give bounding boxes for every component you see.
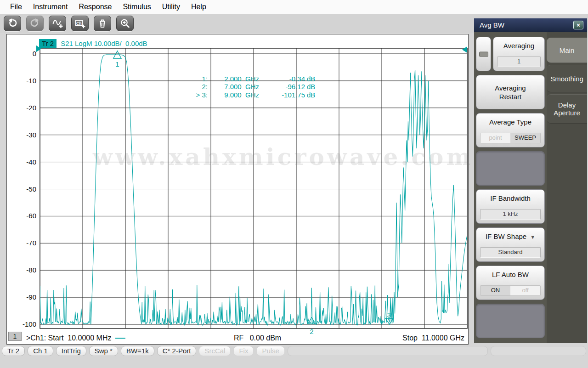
undo-button[interactable]	[4, 16, 21, 31]
menu-file[interactable]: File	[5, 3, 28, 11]
lf-auto-bw-option-on[interactable]: ON	[481, 286, 510, 295]
add-trace-icon	[52, 18, 63, 29]
average-type-option-point[interactable]: point	[481, 133, 510, 143]
menu-help[interactable]: Help	[186, 3, 212, 11]
dropdown-arrow-icon: ▼	[530, 234, 535, 240]
tab-main[interactable]: Main	[547, 38, 587, 63]
softkey-slot: IF BW Shape▼Standard	[476, 227, 545, 262]
delete-icon	[97, 18, 108, 29]
softkey-label: LF Auto BW	[492, 270, 529, 279]
softkey-label: IF BW Shape▼	[486, 232, 535, 242]
status-button-c-2-port[interactable]: C* 2-Port	[157, 346, 197, 356]
y-axis-tick: -90	[17, 293, 36, 301]
undo-icon	[7, 18, 18, 29]
softkey-slot: Average TypepointSWEEP	[476, 113, 545, 147]
status-field	[491, 346, 586, 356]
average-type-button[interactable]: Average TypepointSWEEP	[476, 113, 545, 147]
softkey-slot: Averaging Restart	[476, 75, 545, 109]
y-axis-tick: -30	[17, 131, 36, 139]
redo-icon	[29, 18, 40, 29]
close-icon[interactable]: ×	[573, 21, 583, 29]
y-axis-tick: -20	[17, 104, 36, 112]
softkey-slot: IF Bandwidth1 kHz	[476, 189, 545, 224]
y-axis-tick: -10	[17, 77, 36, 85]
trace-badge[interactable]: Tr 2	[39, 39, 57, 48]
stop-frequency-label: Stop 11.0000 GHz	[402, 334, 464, 342]
rf-power-label: RF 0.00 dBm	[234, 334, 281, 342]
softkey-column: Averaging1Averaging RestartAverage Typep…	[476, 37, 545, 342]
zoom-button[interactable]	[116, 16, 134, 31]
svg-text:3: 3	[387, 311, 391, 319]
trace-header: Tr 2 S21 LogM 10.00dB/ 0.00dB	[39, 39, 147, 48]
softkey-slot	[476, 151, 545, 186]
tab-smoothing[interactable]: Smoothing	[547, 65, 587, 92]
status-button-swp[interactable]: Swp *	[89, 346, 118, 356]
marker-readout-id: > 3:	[182, 91, 208, 99]
averaging-toggle-button[interactable]	[476, 37, 491, 71]
if-bandwidth-button[interactable]: IF Bandwidth1 kHz	[476, 189, 545, 224]
softkey-label: Averaging Restart	[495, 84, 526, 101]
menu-stimulus[interactable]: Stimulus	[117, 3, 156, 11]
averaging-value[interactable]: 1	[497, 57, 541, 67]
status-button-bw-1k[interactable]: BW=1k	[121, 346, 154, 356]
status-button-tr-2[interactable]: Tr 2	[2, 346, 25, 356]
status-button-pulse[interactable]: Pulse	[256, 346, 285, 356]
toggle-indicator	[479, 51, 488, 57]
tab-delay-aperture[interactable]: Delay Aperture	[547, 94, 587, 124]
status-button-bar: Tr 2Ch 1IntTrigSwp *BW=1kC* 2-PortSrcCal…	[2, 345, 586, 357]
average-type-option-sweep[interactable]: SWEEP	[510, 133, 540, 143]
softkey-slot: Averaging1	[476, 37, 545, 71]
softkey-label: Average Type	[489, 118, 531, 126]
softkey-label: IF Bandwidth	[490, 194, 531, 203]
svg-text:2: 2	[310, 328, 313, 335]
zoom-icon	[119, 18, 130, 29]
averaging-restart-button[interactable]: Averaging Restart	[476, 75, 545, 109]
status-button-fix[interactable]: Fix	[233, 346, 254, 356]
menu-utility[interactable]: Utility	[157, 3, 186, 11]
avg-bw-panel: Avg BW × MainSmoothingDelay Aperture Ave…	[474, 18, 587, 343]
status-button-srccal[interactable]: SrcCal	[199, 346, 231, 356]
marker-readout-unit: dB	[305, 75, 319, 83]
marker-readout-value: -101.75	[259, 91, 305, 99]
lf-auto-bw-switch: ONoff	[480, 285, 541, 296]
marker-readout-id: 1:	[182, 75, 208, 83]
averaging-button[interactable]: Averaging1	[493, 37, 545, 71]
menu-bar: FileInstrumentResponseStimulusUtilityHel…	[0, 0, 588, 14]
if-bw-shape-value[interactable]: Standard	[480, 247, 541, 258]
add-trace-button[interactable]	[49, 16, 66, 31]
status-button-ch-1[interactable]: Ch 1	[28, 346, 53, 356]
softkey-slot: LF Auto BWONoff	[476, 266, 545, 300]
svg-text:1: 1	[115, 60, 119, 68]
redo-button[interactable]	[26, 16, 44, 31]
y-axis-tick: -100	[17, 320, 36, 328]
y-axis-tick: -60	[17, 212, 36, 220]
lf-auto-bw-button[interactable]: LF Auto BWONoff	[476, 266, 545, 300]
menu-response[interactable]: Response	[73, 3, 117, 11]
y-axis-tick: -70	[17, 239, 36, 247]
if-bw-shape-button[interactable]: IF BW Shape▼Standard	[476, 227, 545, 262]
marker-readout-value: -96.12	[259, 83, 305, 91]
menu-instrument[interactable]: Instrument	[28, 3, 74, 11]
empty-softkey-slot	[476, 151, 545, 186]
delete-button[interactable]	[94, 16, 111, 31]
lf-auto-bw-option-off[interactable]: off	[510, 286, 540, 295]
softkey-label: Averaging	[503, 41, 534, 50]
plot-window: Tr 2 S21 LogM 10.00dB/ 0.00dB 123 1:2.00…	[6, 34, 469, 345]
trace-color-key	[115, 338, 125, 339]
status-button-inttrig[interactable]: IntTrig	[56, 346, 86, 356]
empty-softkey-slot	[476, 304, 545, 338]
svg-text:Ch: Ch	[76, 21, 81, 26]
if-bandwidth-value[interactable]: 1 kHz	[480, 209, 541, 220]
marker-readout-frequency: 2.000 GHz	[208, 75, 259, 83]
add-channel-icon: Ch	[74, 18, 85, 29]
channel-number-badge: 1	[8, 332, 22, 341]
marker-readout-table: 1:2.000 GHz-0.34dB2:7.000 GHz-96.12dB> 3…	[182, 75, 319, 99]
panel-tab-strip: MainSmoothingDelay Aperture	[547, 32, 587, 343]
status-field	[288, 346, 488, 356]
marker-readout-unit: dB	[305, 91, 319, 99]
marker-readout-frequency: 9.000 GHz	[208, 91, 259, 99]
trace-format-label: S21 LogM 10.00dB/ 0.00dB	[61, 40, 147, 47]
marker-readout-value: -0.34	[259, 75, 305, 83]
add-channel-button[interactable]: Ch	[71, 16, 89, 31]
average-type-switch: pointSWEEP	[480, 133, 541, 143]
